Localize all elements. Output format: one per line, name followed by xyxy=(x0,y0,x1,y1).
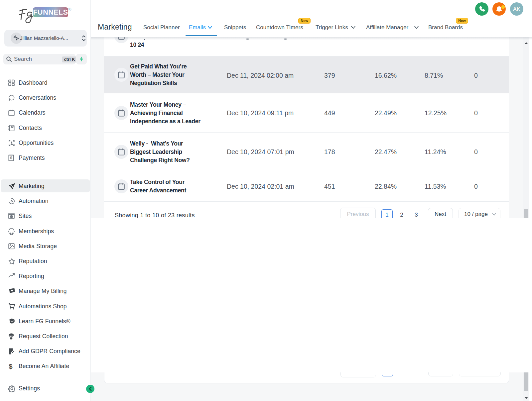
svg-text:$: $ xyxy=(9,363,12,370)
svg-text:$: $ xyxy=(10,156,12,160)
